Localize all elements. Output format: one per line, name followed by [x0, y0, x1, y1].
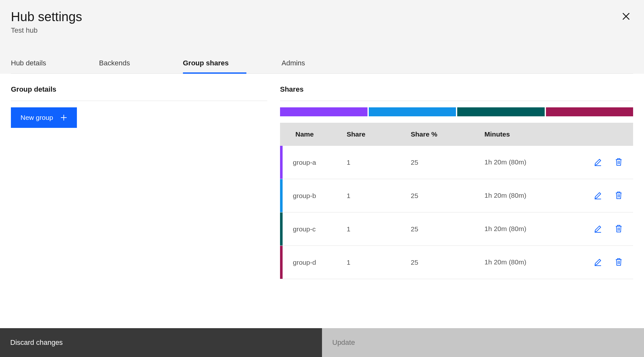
close-button[interactable]: [621, 12, 631, 22]
close-icon: [622, 12, 630, 21]
shares-heading: Shares: [280, 85, 633, 101]
edit-button[interactable]: [592, 223, 604, 235]
edit-icon: [593, 229, 602, 234]
cell-name: group-c: [283, 225, 347, 233]
row-actions: [561, 256, 633, 269]
share-segment-group-c: [457, 107, 545, 116]
cell-share-pct: 25: [411, 159, 484, 166]
row-color-stripe: [280, 212, 283, 245]
page-subtitle: Test hub: [11, 26, 633, 35]
cell-minutes: 1h 20m (80m): [484, 191, 561, 200]
delete-button[interactable]: [613, 189, 624, 202]
table-header: Name Share Share % Minutes: [280, 123, 633, 146]
table-row: group-a1251h 20m (80m): [280, 146, 633, 179]
cell-share-pct: 25: [411, 225, 484, 233]
edit-button[interactable]: [592, 256, 604, 269]
row-color-stripe: [280, 146, 283, 179]
table-row: group-b1251h 20m (80m): [280, 179, 633, 212]
share-distribution-bar: [280, 107, 633, 116]
cell-share: 1: [347, 159, 411, 166]
cell-name: group-b: [283, 192, 347, 200]
tab-admins[interactable]: Admins: [282, 54, 323, 74]
edit-icon: [593, 162, 602, 167]
new-group-button[interactable]: New group: [11, 107, 77, 128]
header: Hub settings Test hub Hub detailsBackend…: [0, 0, 644, 74]
cell-share: 1: [347, 192, 411, 200]
cell-name: group-d: [283, 259, 347, 266]
delete-button[interactable]: [613, 223, 624, 235]
shares-table: Name Share Share % Minutes group-a1251h …: [280, 123, 633, 279]
col-header-share: Share: [347, 130, 411, 138]
edit-icon: [593, 262, 602, 267]
share-segment-group-b: [369, 107, 456, 116]
new-group-label: New group: [21, 114, 53, 121]
page-title: Hub settings: [11, 9, 633, 24]
discard-changes-button[interactable]: Discard changes: [0, 328, 322, 357]
tab-group-shares[interactable]: Group shares: [183, 54, 246, 74]
cell-minutes: 1h 20m (80m): [484, 224, 561, 233]
col-header-share-pct: Share %: [411, 130, 484, 138]
cell-minutes: 1h 20m (80m): [484, 258, 561, 267]
col-header-minutes: Minutes: [484, 130, 561, 138]
row-color-stripe: [280, 246, 283, 279]
col-header-name: Name: [283, 130, 347, 138]
delete-button[interactable]: [613, 256, 624, 269]
cell-share-pct: 25: [411, 192, 484, 200]
trash-icon: [615, 162, 623, 167]
tabs: Hub detailsBackendsGroup sharesAdmins: [11, 54, 633, 74]
cell-share: 1: [347, 259, 411, 266]
share-segment-group-a: [280, 107, 367, 116]
delete-button[interactable]: [613, 156, 624, 169]
edit-button[interactable]: [592, 189, 604, 202]
tab-hub-details[interactable]: Hub details: [11, 54, 64, 74]
table-row: group-c1251h 20m (80m): [280, 212, 633, 246]
row-actions: [561, 156, 633, 169]
tab-backends[interactable]: Backends: [99, 54, 148, 74]
group-details-heading: Group details: [11, 85, 267, 101]
group-details-panel: Group details New group: [11, 85, 267, 279]
shares-panel: Shares Name Share Share % Minutes group-…: [280, 85, 633, 279]
edit-button[interactable]: [592, 156, 604, 169]
cell-share: 1: [347, 225, 411, 233]
trash-icon: [615, 229, 623, 234]
share-segment-group-d: [546, 107, 633, 116]
row-actions: [561, 223, 633, 235]
content: Group details New group Shares Name Shar…: [0, 74, 644, 279]
cell-name: group-a: [283, 159, 347, 166]
update-button[interactable]: Update: [322, 328, 644, 357]
cell-share-pct: 25: [411, 259, 484, 266]
footer: Discard changes Update: [0, 328, 644, 357]
edit-icon: [593, 196, 602, 201]
cell-minutes: 1h 20m (80m): [484, 158, 561, 167]
table-row: group-d1251h 20m (80m): [280, 246, 633, 279]
row-color-stripe: [280, 179, 283, 212]
row-actions: [561, 189, 633, 202]
trash-icon: [615, 196, 623, 201]
trash-icon: [615, 262, 623, 267]
plus-icon: [60, 114, 67, 121]
